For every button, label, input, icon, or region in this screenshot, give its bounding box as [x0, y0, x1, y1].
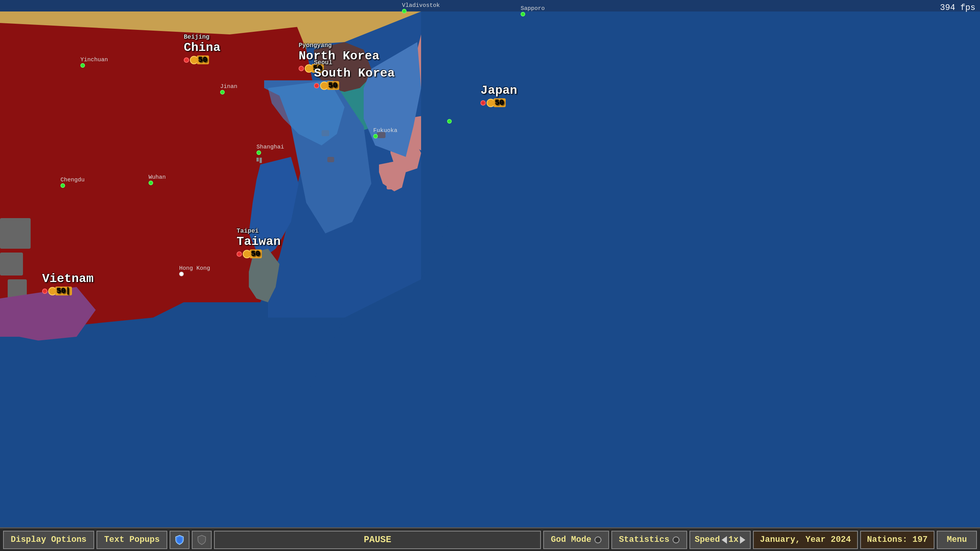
pause-label: PAUSE [364, 535, 391, 545]
sapporo-dot [521, 12, 525, 16]
city-sapporo-label: Sapporo [521, 5, 545, 18]
city-vladivostok-label: Vladivostok [402, 2, 440, 15]
toolbar: Display Options Text Popups PAUSE God Mo… [0, 527, 980, 551]
hong-kong-dot [179, 272, 184, 276]
chengdu-dot [60, 183, 65, 188]
yinchuan-dot [80, 63, 85, 68]
fukuoka-dot [373, 134, 378, 139]
date-display: January, Year 2024 [753, 531, 858, 549]
shield-dark-icon [197, 535, 206, 545]
fps-value: 394 fps [940, 3, 975, 13]
menu-button[interactable]: Menu [937, 531, 977, 549]
svg-rect-8 [0, 11, 260, 302]
shanghai-dot [256, 150, 261, 155]
statistics-indicator [673, 536, 679, 543]
display-options-button[interactable]: Display Options [3, 531, 94, 549]
svg-rect-11 [0, 253, 23, 276]
statistics-label: Statistics [619, 535, 670, 544]
map-container: Beijing China 50 Pyongyang North Korea 5… [0, 0, 980, 551]
speed-control: Speed 1x [689, 531, 751, 549]
shield-button-dark[interactable] [192, 531, 212, 549]
date-value: January, Year 2024 [760, 535, 851, 544]
svg-rect-40 [387, 184, 394, 189]
speed-label: Speed [695, 535, 720, 544]
city-hong-kong-label: Hong Kong [179, 265, 210, 278]
speed-value: 1x [728, 535, 738, 544]
text-popups-label: Text Popups [104, 535, 160, 544]
display-options-label: Display Options [11, 535, 87, 544]
japan-island-dot [447, 119, 452, 126]
svg-rect-10 [0, 218, 31, 249]
city-chengdu-label: Chengdu [60, 177, 85, 190]
pause-button[interactable]: PAUSE [214, 531, 541, 549]
nations-display: Nations: 197 [860, 531, 934, 549]
map-svg [0, 0, 980, 551]
jinan-dot [220, 90, 225, 95]
text-popups-button[interactable]: Text Popups [96, 531, 167, 549]
god-mode-label: God Mode [551, 535, 591, 544]
speed-decrease-button[interactable] [722, 536, 727, 544]
fps-display: 394 fps [940, 3, 975, 13]
god-mode-indicator [595, 536, 601, 543]
wuhan-dot [149, 181, 153, 185]
svg-rect-14 [0, 298, 69, 337]
city-yinchuan-label: Yinchuan [80, 57, 108, 70]
city-shanghai-label: Shanghai [256, 144, 284, 163]
shield-button-blue[interactable] [170, 531, 189, 549]
menu-label: Menu [947, 535, 967, 544]
speed-increase-button[interactable] [740, 536, 745, 544]
statistics-button[interactable]: Statistics [611, 531, 687, 549]
shield-blue-icon [175, 535, 184, 545]
city-jinan-label: Jinan [220, 83, 237, 96]
vladivostok-dot [402, 9, 407, 13]
god-mode-button[interactable]: God Mode [543, 531, 609, 549]
city-wuhan-label: Wuhan [149, 174, 166, 187]
svg-rect-38 [327, 157, 334, 162]
city-fukuoka-label: Fukuoka [373, 127, 397, 140]
nations-value: Nations: 197 [867, 535, 928, 544]
